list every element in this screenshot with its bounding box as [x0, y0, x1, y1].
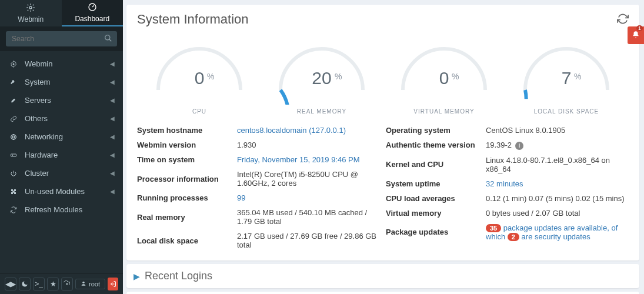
info-row: CPU load averages0.12 (1 min) 0.07 (5 mi…: [386, 191, 629, 206]
sidebar-item-networking[interactable]: Networking◀: [0, 128, 123, 146]
sidebar-item-servers[interactable]: Servers◀: [0, 91, 123, 109]
info-row: Operating systemCentOS Linux 8.0.1905: [386, 123, 629, 138]
power-icon: [8, 169, 19, 178]
recent-logins-title: Recent Logins: [145, 270, 212, 282]
refresh-icon: [8, 206, 19, 214]
user-icon: [81, 280, 86, 288]
info-value-link[interactable]: Friday, November 15, 2019 9:46 PM: [237, 155, 360, 164]
tab-dashboard[interactable]: Dashboard: [62, 0, 124, 26]
gauge-value: 20: [312, 68, 331, 88]
collapse-sidebar-button[interactable]: ◀▶: [5, 278, 16, 290]
link-icon: [8, 115, 19, 123]
sidebar-item-label: Cluster: [25, 169, 49, 178]
svg-point-2: [105, 35, 110, 40]
night-mode-button[interactable]: [19, 278, 31, 290]
chevron-left-icon: ◀: [110, 79, 115, 85]
gauge-local-disk-space: 7%LOCAL DISK SPACE: [510, 40, 622, 115]
info-value-link[interactable]: 99: [237, 193, 245, 202]
package-updates-count-badge: 35: [486, 224, 501, 232]
info-row: System hostnamecentos8.localdomain (127.…: [137, 123, 380, 138]
info-label: System hostname: [137, 126, 237, 135]
main: System Information 0%CPU20%REAL MEMORY0%…: [123, 0, 644, 294]
gauge-cpu: 0%CPU: [144, 40, 255, 115]
gauge-unit: %: [452, 72, 459, 81]
info-value-link[interactable]: centos8.localdomain (127.0.0.1): [237, 126, 346, 135]
info-label: Authentic theme version: [386, 141, 486, 149]
chevron-left-icon: ◀: [110, 115, 115, 122]
info-value: 365.04 MB used / 540.10 MB cached / 1.79…: [237, 208, 367, 226]
bottom-bar: ◀▶ >_ ★ root: [0, 273, 123, 294]
bell-icon: [632, 31, 640, 41]
rocket-icon: [8, 96, 19, 105]
info-row: Virtual memory0 bytes used / 2.07 GB tot…: [386, 206, 629, 220]
info-row: Processor informationIntel(R) Core(TM) i…: [137, 167, 380, 191]
info-label: Real memory: [137, 213, 237, 222]
gauge-value: 0: [439, 68, 449, 88]
favorite-button[interactable]: ★: [47, 278, 59, 290]
search-icon[interactable]: [104, 34, 112, 44]
svg-point-6: [12, 155, 13, 155]
sidebar-item-cluster[interactable]: Cluster◀: [0, 164, 123, 182]
tab-webmin[interactable]: Webmin: [0, 0, 62, 26]
user-label: root: [89, 280, 100, 288]
logout-button[interactable]: [108, 278, 118, 290]
info-row: Webmin version1.930: [137, 138, 380, 152]
info-label: Virtual memory: [386, 209, 486, 218]
gauge-value: 0: [195, 68, 205, 88]
svg-point-3: [13, 63, 15, 65]
security-updates-count-badge: 2: [508, 233, 519, 241]
sidebar: Webmin Dashboard Webmin◀System◀Servers◀O…: [0, 0, 123, 294]
chevron-left-icon: ◀: [110, 170, 115, 176]
info-label: CPU load averages: [386, 194, 486, 203]
system-info-panel: System Information 0%CPU20%REAL MEMORY0%…: [126, 5, 639, 260]
terminal-button[interactable]: >_: [33, 278, 45, 290]
sidebar-item-webmin[interactable]: Webmin◀: [0, 55, 123, 73]
nav: Webmin◀System◀Servers◀Others◀Networking◀…: [0, 51, 123, 273]
sidebar-item-refresh-modules[interactable]: Refresh Modules◀: [0, 201, 123, 219]
hdd-icon: [8, 151, 19, 159]
sidebar-item-hardware[interactable]: Hardware◀: [0, 146, 123, 164]
info-row: System uptime32 minutes: [386, 176, 629, 191]
settings-button[interactable]: [61, 278, 73, 290]
gear-icon: [8, 60, 19, 68]
top-tabs: Webmin Dashboard: [0, 0, 123, 26]
sidebar-item-un-used-modules[interactable]: Un-used Modules◀: [0, 182, 123, 201]
info-value: 1.930: [237, 141, 256, 149]
sidebar-item-system[interactable]: System◀: [0, 73, 123, 91]
sidebar-item-label: Un-used Modules: [25, 187, 85, 196]
chevron-right-icon: ▶: [134, 272, 140, 281]
notifications-button[interactable]: 1: [628, 26, 644, 44]
sidebar-item-label: Hardware: [25, 151, 58, 159]
sidebar-item-others[interactable]: Others◀: [0, 109, 123, 128]
svg-point-8: [82, 282, 84, 283]
sidebar-item-label: Refresh Modules: [25, 205, 82, 214]
puzzle-icon: [8, 188, 19, 196]
sidebar-item-label: Others: [25, 114, 48, 123]
sidebar-item-label: Webmin: [25, 59, 52, 68]
info-value: 2.17 GB used / 27.69 GB free / 29.86 GB …: [237, 232, 376, 249]
recent-logins-section[interactable]: ▶ Recent Logins: [126, 264, 639, 288]
info-label: Package updates: [386, 228, 486, 236]
info-label: Kernel and CPU: [386, 160, 486, 169]
info-value: Linux 4.18.0-80.7.1.el8_0.x86_64 on x86_…: [486, 156, 610, 173]
refresh-button[interactable]: [617, 13, 629, 26]
info-value: 0.12 (1 min) 0.07 (5 mins) 0.02 (15 mins…: [486, 194, 625, 203]
panel-header: System Information: [126, 5, 639, 34]
gauge-label: VIRTUAL MEMORY: [413, 108, 474, 115]
search-input[interactable]: [6, 31, 117, 46]
gauge-label: CPU: [192, 108, 206, 115]
svg-point-7: [66, 283, 68, 285]
info-label: Running processes: [137, 193, 237, 202]
info-value: 19.39-2: [486, 141, 512, 149]
info-value-link[interactable]: 32 minutes: [486, 179, 523, 188]
disk-usage-section[interactable]: ▶ Disk Usage: [126, 292, 639, 294]
info-icon[interactable]: i: [515, 142, 523, 150]
user-chip[interactable]: root: [75, 279, 105, 289]
security-updates-link[interactable]: are security updates: [519, 232, 590, 241]
gauges-row: 0%CPU20%REAL MEMORY0%VIRTUAL MEMORY7%LOC…: [126, 34, 639, 123]
gauge-real-memory: 20%REAL MEMORY: [266, 40, 378, 115]
info-grid: System hostnamecentos8.localdomain (127.…: [126, 123, 639, 260]
search-wrap: [0, 26, 123, 51]
info-row: Authentic theme version19.39-2i: [386, 138, 629, 153]
info-label: Time on system: [137, 155, 237, 164]
